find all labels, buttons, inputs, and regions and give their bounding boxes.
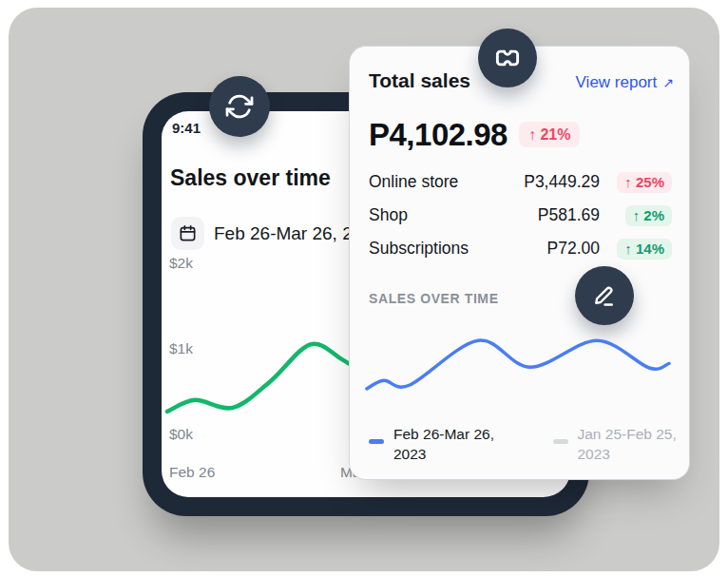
breakdown-label: Subscriptions xyxy=(369,239,547,259)
gray-canvas: 9:41 Sales over time Feb 26-Mar 26, 2023… xyxy=(9,8,719,571)
legend-swatch xyxy=(369,439,384,444)
page-background: 9:41 Sales over time Feb 26-Mar 26, 2023… xyxy=(0,0,728,577)
card-sales-line-chart xyxy=(365,322,673,400)
view-report-label: View report xyxy=(576,73,658,92)
breakdown-value: P581.69 xyxy=(538,205,600,225)
refresh-icon xyxy=(225,92,254,121)
breakdown-row: Online store P3,449.29 ↑ 25% xyxy=(369,173,672,191)
legend-swatch xyxy=(553,439,568,444)
ticket-badge xyxy=(478,29,537,87)
breakdown-change-badge: ↑ 14% xyxy=(617,239,672,260)
legend-item[interactable]: Jan 25-Feb 25, 2023 xyxy=(553,424,690,464)
breakdown-change-badge: ↑ 2% xyxy=(625,205,672,226)
total-change-badge: ↑ 21% xyxy=(519,122,580,147)
breakdown-change-badge: ↑ 25% xyxy=(617,172,672,193)
legend-label: Feb 26-Mar 26, 2023 xyxy=(393,424,506,464)
breakdown-value: P72.00 xyxy=(547,239,600,259)
refresh-button[interactable] xyxy=(209,76,270,137)
sales-breakdown-list: Online store P3,449.29 ↑ 25% Shop P581.6… xyxy=(369,173,672,273)
card-title: Total sales xyxy=(369,69,470,92)
ticket-icon xyxy=(493,44,522,72)
edit-button[interactable] xyxy=(575,266,634,325)
legend-label: Jan 25-Feb 25, 2023 xyxy=(578,424,690,464)
breakdown-label: Shop xyxy=(369,205,538,225)
breakdown-value: P3,449.29 xyxy=(524,172,600,192)
total-amount: P4,102.98 xyxy=(369,117,508,153)
breakdown-row: Shop P581.69 ↑ 2% xyxy=(369,206,672,224)
legend-item[interactable]: Feb 26-Mar 26, 2023 xyxy=(369,424,506,464)
breakdown-row: Subscriptions P72.00 ↑ 14% xyxy=(369,240,672,258)
section-label: SALES OVER TIME xyxy=(369,291,499,306)
breakdown-label: Online store xyxy=(369,172,524,192)
north-east-arrow-icon: ↗ xyxy=(662,75,674,90)
edit-pencil-icon xyxy=(590,281,619,310)
chart-legend: Feb 26-Mar 26, 2023 Jan 25-Feb 25, 2023 xyxy=(369,424,689,464)
total-sales-card: Total sales View report ↗ P4,102.98 ↑ 21… xyxy=(349,46,690,480)
view-report-link[interactable]: View report ↗ xyxy=(576,73,674,92)
